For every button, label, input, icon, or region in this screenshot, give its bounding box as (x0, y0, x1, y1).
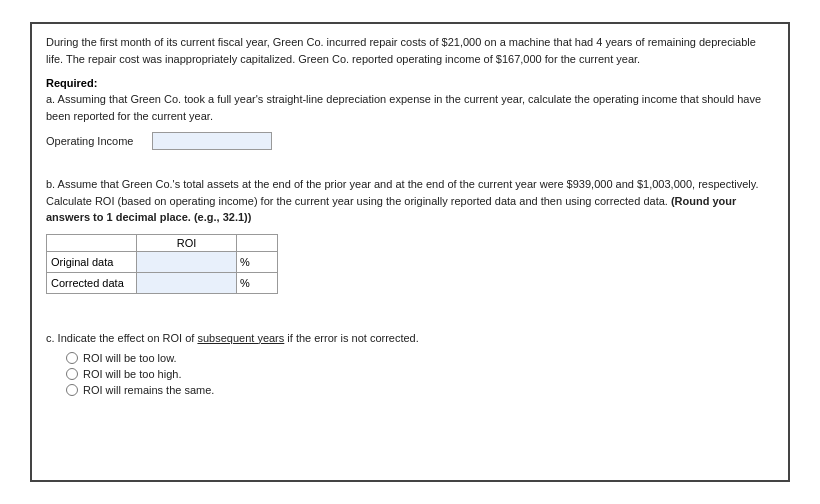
option-same[interactable]: ROI will remains the same. (66, 384, 774, 396)
roi-effect-options: ROI will be too low. ROI will be too hig… (46, 352, 774, 396)
table-row: Corrected data % (47, 272, 278, 293)
roi-table-header-pct (237, 234, 278, 251)
table-row: Original data % (47, 251, 278, 272)
part-b-text: b. Assume that Green Co.'s total assets … (46, 176, 774, 226)
option-high[interactable]: ROI will be too high. (66, 368, 774, 380)
radio-high[interactable] (66, 368, 78, 380)
option-low[interactable]: ROI will be too low. (66, 352, 774, 364)
original-data-pct: % (237, 251, 278, 272)
original-data-label: Original data (47, 251, 137, 272)
original-data-input[interactable] (141, 254, 231, 270)
part-a-text: a. Assuming that Green Co. took a full y… (46, 91, 774, 124)
part-b-text-main: b. Assume that Green Co.'s total assets … (46, 178, 758, 207)
original-data-input-cell[interactable] (137, 251, 237, 272)
part-c-text: c. Indicate the effect on ROI of subsequ… (46, 332, 774, 344)
roi-table-header-roi: ROI (137, 234, 237, 251)
corrected-data-input-cell[interactable] (137, 272, 237, 293)
part-c-suffix: if the error is not corrected. (284, 332, 419, 344)
roi-table-header-empty (47, 234, 137, 251)
roi-table: ROI Original data % Corrected data (46, 234, 278, 294)
intro-text: During the first month of its current fi… (46, 34, 774, 67)
operating-income-input[interactable] (152, 132, 272, 150)
option-same-label: ROI will remains the same. (83, 384, 214, 396)
radio-same[interactable] (66, 384, 78, 396)
part-c-underline: subsequent years (197, 332, 284, 344)
roi-table-section: ROI Original data % Corrected data (46, 234, 774, 294)
operating-income-label: Operating Income (46, 135, 146, 147)
section-c: c. Indicate the effect on ROI of subsequ… (46, 332, 774, 396)
main-container: During the first month of its current fi… (30, 22, 790, 482)
required-label: Required: (46, 77, 774, 89)
option-low-label: ROI will be too low. (83, 352, 177, 364)
corrected-data-label: Corrected data (47, 272, 137, 293)
operating-income-row: Operating Income (46, 132, 774, 150)
corrected-data-input[interactable] (141, 275, 231, 291)
corrected-data-pct: % (237, 272, 278, 293)
part-c-prefix: c. Indicate the effect on ROI of (46, 332, 197, 344)
radio-low[interactable] (66, 352, 78, 364)
option-high-label: ROI will be too high. (83, 368, 181, 380)
